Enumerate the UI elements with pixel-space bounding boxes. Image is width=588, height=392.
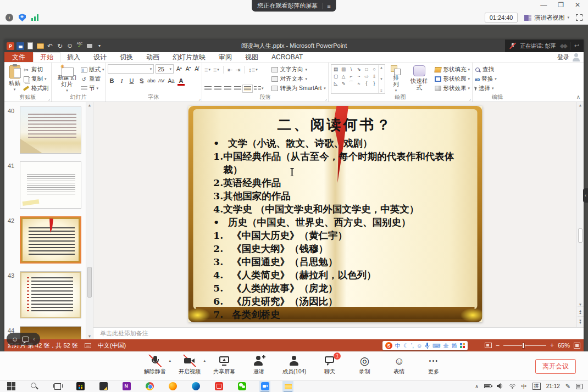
shape-icon[interactable]: ○: [370, 65, 378, 72]
shape-icon[interactable]: ▤: [332, 65, 340, 72]
chevron-up-icon[interactable]: ▴: [203, 359, 206, 363]
shape-icon[interactable]: {: [363, 80, 370, 87]
ribbon-tab[interactable]: 插入: [60, 52, 87, 62]
wifi-icon[interactable]: [509, 383, 516, 390]
shapes-gallery-scroll[interactable]: ▲▼≡: [378, 65, 384, 93]
ribbon-tab[interactable]: 审阅: [212, 52, 238, 62]
volume-icon[interactable]: [497, 383, 503, 390]
sogou-toolbox-icon[interactable]: [460, 343, 465, 348]
zoom-out-button[interactable]: −: [496, 341, 500, 349]
meeting-toolbar-button[interactable]: ▴ 更多: [423, 355, 445, 376]
simplified-toggle[interactable]: 简: [452, 341, 457, 350]
dialog-launcher-icon[interactable]: ⌟: [48, 96, 50, 101]
line-spacing-button[interactable]: ↕≡▾: [248, 65, 257, 74]
layout-button[interactable]: 版式▾: [80, 65, 104, 74]
meeting-toolbar-button[interactable]: ▴ 成员(104): [282, 355, 306, 376]
ribbon-tab[interactable]: 幻灯片放映: [166, 52, 212, 62]
meeting-toolbar-button[interactable]: 1 ▴ 聊天: [319, 355, 341, 376]
taskbar-app-button[interactable]: [213, 381, 224, 392]
meeting-toolbar-button[interactable]: ▴ 表情: [388, 355, 410, 376]
paste-button[interactable]: 粘贴 ▾: [7, 64, 23, 94]
keyboard-icon[interactable]: ⌨: [432, 341, 440, 350]
qat-button[interactable]: [36, 42, 44, 50]
format-painter-button[interactable]: 格式刷: [23, 84, 49, 93]
account-avatar-icon[interactable]: [572, 53, 580, 61]
ribbon-tab[interactable]: 切换: [113, 52, 140, 62]
collapse-pill-icon[interactable]: ‹: [33, 336, 35, 342]
info-icon[interactable]: [5, 14, 13, 21]
font-name-combo[interactable]: ▾: [108, 64, 154, 74]
minimize-button[interactable]: —: [540, 1, 547, 9]
pen-input-icon[interactable]: ✎: [565, 383, 570, 390]
slide-thumbnail[interactable]: [20, 161, 81, 209]
shape-icon[interactable]: ▢: [332, 72, 340, 80]
taskbar-app-button[interactable]: [98, 381, 109, 392]
shape-icon[interactable]: ⇘: [355, 65, 363, 72]
taskbar-app-button[interactable]: [144, 381, 155, 392]
font-style-button[interactable]: abc: [147, 76, 156, 85]
taskbar-app-button[interactable]: [236, 381, 247, 392]
shape-icon[interactable]: ≈: [355, 80, 363, 87]
tray-expand-icon[interactable]: ∧: [475, 384, 479, 389]
taskbar-clock[interactable]: 21:12: [546, 383, 560, 389]
reaction-emoji-icon[interactable]: ☺: [12, 336, 18, 343]
section-button[interactable]: 节▾: [80, 84, 104, 93]
qat-button[interactable]: [66, 42, 74, 50]
shrink-font-button[interactable]: A▾: [185, 65, 192, 72]
qat-button[interactable]: [56, 42, 64, 50]
font-style-button[interactable]: U: [127, 76, 136, 85]
qat-button[interactable]: [96, 42, 103, 50]
smartart-button[interactable]: 转换为 SmartArt▾: [271, 84, 326, 93]
ime-mode-indicator[interactable]: 拼: [532, 383, 541, 390]
meeting-toolbar-button[interactable]: ▴ 共享屏幕: [213, 355, 235, 376]
sign-in-link[interactable]: 登录: [557, 52, 569, 63]
font-style-button[interactable]: AV: [157, 76, 165, 85]
copy-button[interactable]: 复制▾: [23, 75, 49, 83]
shape-effects-button[interactable]: 形状效果▾: [435, 84, 470, 93]
cut-button[interactable]: ✂剪切: [23, 65, 49, 74]
reset-button[interactable]: ↺重置: [80, 75, 104, 83]
qat-button[interactable]: [86, 42, 93, 50]
decrease-indent-button[interactable]: ⇤: [228, 65, 232, 74]
ribbon-tab[interactable]: 视图: [238, 52, 265, 62]
notes-pane[interactable]: 单击此处添加备注: [93, 327, 584, 339]
previous-slide-button[interactable]: ▲▲: [578, 306, 584, 316]
collapse-toast-icon[interactable]: ↩: [574, 42, 579, 49]
justify-button[interactable]: [234, 84, 241, 93]
align-right-button[interactable]: [224, 84, 231, 93]
shape-icon[interactable]: □: [363, 65, 370, 72]
qat-button[interactable]: [7, 42, 14, 50]
shape-icon[interactable]: ⌒: [347, 80, 355, 87]
increase-indent-button[interactable]: ⇥: [235, 65, 240, 74]
columns-button[interactable]: ▾: [254, 84, 264, 93]
shield-icon[interactable]: [19, 14, 26, 21]
shape-icon[interactable]: \: [347, 65, 355, 72]
fit-to-window-icon[interactable]: [574, 343, 580, 349]
qat-button[interactable]: [16, 42, 24, 50]
shape-icon[interactable]: }: [370, 80, 378, 87]
meeting-toolbar-button[interactable]: ▴ 录制: [353, 355, 375, 376]
meeting-toolbar-button[interactable]: ▴ 邀请: [248, 355, 270, 376]
font-style-button[interactable]: A: [177, 76, 185, 85]
shape-fill-button[interactable]: 形状填充▾: [435, 65, 470, 74]
slide-thumbnail[interactable]: [20, 107, 81, 154]
dialog-launcher-icon[interactable]: ⌟: [325, 96, 327, 101]
shape-icon[interactable]: △: [340, 72, 347, 80]
taskbar-app-button[interactable]: [75, 381, 86, 392]
qat-button[interactable]: [76, 42, 84, 50]
qat-button[interactable]: [26, 42, 34, 50]
zoom-slider[interactable]: [503, 345, 546, 346]
view-mode-switcher[interactable]: 演讲者视图 ▾: [524, 14, 569, 22]
side-panel-handle[interactable]: ‹: [583, 188, 588, 203]
ribbon-tab[interactable]: 设计: [87, 52, 113, 62]
quick-chat-icon[interactable]: [22, 337, 29, 342]
grow-font-button[interactable]: A▴: [175, 65, 183, 72]
ribbon-tab[interactable]: 开始: [33, 52, 60, 62]
taskbar-app-button[interactable]: [190, 381, 201, 392]
punctuation-toggle[interactable]: ’,: [411, 341, 414, 350]
find-button[interactable]: 查找: [475, 65, 497, 74]
taskbar-app-button[interactable]: [29, 381, 40, 392]
ribbon-tab[interactable]: 动画: [140, 52, 166, 62]
font-style-button[interactable]: Aa: [167, 76, 175, 85]
fullscreen-icon[interactable]: [576, 14, 583, 21]
